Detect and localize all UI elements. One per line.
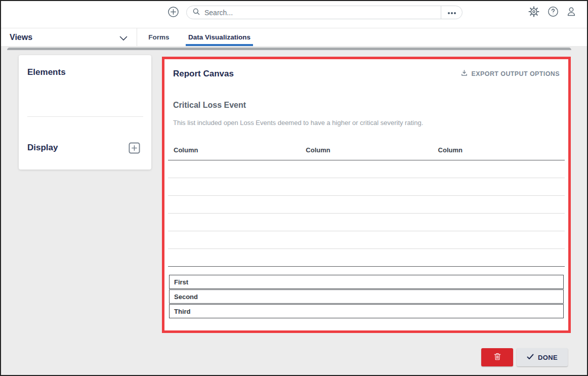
user-profile-button[interactable] (566, 6, 577, 17)
search-options-button[interactable] (441, 6, 462, 19)
display-section: Display (27, 137, 140, 158)
list-item[interactable]: Second (169, 289, 564, 304)
add-display-button[interactable] (129, 142, 140, 154)
plus-square-icon (129, 148, 140, 155)
table-row (168, 214, 565, 231)
download-icon (460, 69, 468, 78)
tab-data-visualizations[interactable]: Data Visualizations (186, 28, 253, 46)
table-row (168, 231, 565, 249)
report-canvas-title: Report Canvas (173, 69, 234, 79)
export-output-options-button[interactable]: EXPORT OUTPUT OPTIONS (460, 69, 560, 78)
table-row (168, 160, 565, 178)
content-area: Elements Display Report Canvas (1, 47, 587, 375)
column-header: Column (433, 146, 565, 154)
list-item[interactable]: Third (169, 304, 564, 318)
question-circle-icon (548, 6, 559, 17)
app-screen: Views Forms Data Visualizations Elements… (1, 1, 587, 375)
export-output-options-label: EXPORT OUTPUT OPTIONS (472, 70, 560, 77)
report-canvas-header: Report Canvas EXPORT OUTPUT OPTIONS (173, 68, 560, 80)
elements-panel-title: Elements (27, 67, 66, 77)
person-icon (566, 6, 577, 17)
search-icon (192, 8, 200, 18)
help-button[interactable] (548, 6, 559, 17)
column-header: Column (300, 146, 432, 154)
report-element-description: This list included open Loss Events deem… (173, 119, 560, 127)
report-canvas[interactable]: Report Canvas EXPORT OUTPUT OPTIONS Crit… (162, 57, 571, 333)
done-button[interactable]: DONE (517, 348, 568, 366)
table-row (168, 178, 565, 196)
add-button[interactable] (167, 6, 179, 18)
done-button-label: DONE (538, 354, 558, 361)
settings-button[interactable] (528, 6, 539, 17)
tab-bar-divider (137, 28, 137, 46)
table-row (168, 249, 565, 267)
table-body (168, 160, 565, 267)
table-row (168, 196, 565, 214)
view-tab-bar: Views Forms Data Visualizations (1, 28, 587, 47)
ellipsis-icon (447, 9, 456, 16)
display-section-label: Display (27, 143, 58, 153)
elements-panel: Elements Display (19, 55, 151, 170)
report-preview-list: FirstSecondThird (169, 275, 564, 318)
views-dropdown-label: Views (1, 33, 32, 42)
report-preview-table: ColumnColumnColumn (168, 140, 565, 267)
report-element-title: Critical Loss Event (173, 100, 560, 111)
tab-forms[interactable]: Forms (144, 28, 174, 46)
plus-circle-icon (167, 6, 179, 18)
top-bar (1, 1, 587, 28)
delete-button[interactable] (481, 348, 513, 366)
panel-top-edge (7, 48, 571, 50)
active-tab-underline (186, 44, 253, 46)
list-item[interactable]: First (169, 275, 564, 289)
trash-icon (493, 352, 501, 362)
column-header: Column (168, 146, 300, 154)
elements-panel-divider (27, 116, 143, 117)
table-header-row: ColumnColumnColumn (168, 140, 565, 160)
views-dropdown[interactable]: Views (1, 28, 137, 46)
search-bar (186, 6, 463, 19)
check-icon (527, 354, 534, 361)
gear-icon (528, 6, 539, 17)
search-input[interactable] (200, 9, 441, 17)
chevron-down-icon (119, 35, 128, 43)
